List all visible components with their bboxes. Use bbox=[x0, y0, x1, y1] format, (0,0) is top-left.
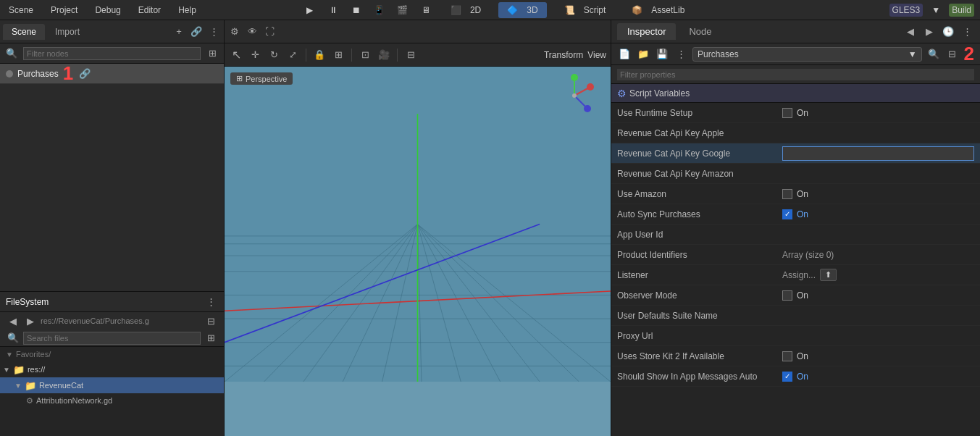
fs-item-attribution[interactable]: ⚙ AttributionNetwork.gd bbox=[0, 393, 224, 408]
build-button[interactable]: Build bbox=[949, 4, 974, 17]
prop-empty-3 bbox=[782, 167, 974, 181]
filesystem-header: FileSystem ⋮ bbox=[0, 292, 224, 312]
path-layout-icon[interactable]: ⊟ bbox=[204, 314, 218, 328]
insp-history-icon[interactable]: 🕒 bbox=[941, 25, 955, 39]
menu-editor[interactable]: Editor bbox=[135, 4, 164, 17]
fs-folder-res[interactable]: ▼ 📁 res:// bbox=[0, 361, 224, 377]
prop-checkbox-0[interactable] bbox=[782, 108, 792, 118]
insp-nav-back[interactable]: ◀ bbox=[903, 25, 918, 39]
prop-row-8: ListenerAssign...⬆ bbox=[611, 265, 980, 285]
filter-groups-icon[interactable]: ⊞ bbox=[205, 46, 219, 61]
mode-3d-button[interactable]: 🔷 3D bbox=[498, 2, 546, 18]
prop-empty-11 bbox=[782, 329, 974, 343]
filesystem-tree: ▼ Favorites/ ▼ 📁 res:// ▼ 📁 RevenueCat ⚙… bbox=[0, 347, 224, 436]
gles-dropdown-icon[interactable]: ▼ bbox=[929, 3, 943, 17]
tab-import[interactable]: Import bbox=[46, 24, 88, 40]
tool-lock[interactable]: 🔒 bbox=[312, 48, 327, 62]
prop-checkbox-9[interactable] bbox=[782, 290, 792, 301]
search-icon[interactable]: 🔍 bbox=[4, 46, 19, 61]
play-button[interactable]: ▶ bbox=[303, 3, 317, 17]
insp-save-icon[interactable]: 💾 bbox=[655, 47, 669, 62]
stop-button[interactable]: ⏹ bbox=[349, 3, 364, 17]
filesystem-title: FileSystem bbox=[6, 297, 49, 307]
tool-grid[interactable]: ⊟ bbox=[403, 48, 418, 62]
prop-value-2 bbox=[782, 146, 974, 161]
prop-checkbox-13[interactable] bbox=[782, 372, 792, 382]
insp-nav-forward[interactable]: ▶ bbox=[922, 25, 937, 39]
vp-settings-icon[interactable]: ⚙ bbox=[227, 25, 242, 39]
pause-button[interactable]: ⏸ bbox=[326, 3, 340, 17]
node-select-dropdown[interactable]: Purchases ▼ bbox=[692, 47, 922, 62]
tool-scale[interactable]: ⤢ bbox=[285, 48, 300, 62]
tab-scene[interactable]: Scene bbox=[3, 24, 45, 40]
viewport: ⚙ 👁 ⛶ ↖ ✛ ↻ ⤢ 🔒 ⊞ ⊡ 🎥 ⊟ Transform View bbox=[225, 20, 611, 436]
prop-checkbox-5[interactable] bbox=[782, 209, 792, 219]
prop-row-1: Revenue Cat Api Key Apple bbox=[611, 123, 980, 143]
prop-checkbox-4[interactable] bbox=[782, 189, 792, 199]
vp-eye-icon[interactable]: 👁 bbox=[245, 25, 259, 39]
prop-checkbox-12[interactable] bbox=[782, 351, 792, 361]
inspector-tab-bar: Inspector Node ◀ ▶ 🕒 ⋮ bbox=[611, 20, 980, 43]
prop-assign-btn-8[interactable]: ⬆ bbox=[820, 269, 837, 281]
path-back-icon[interactable]: ◀ bbox=[6, 314, 20, 328]
folder-revenuecat-expand-icon: ▼ bbox=[14, 382, 22, 390]
prop-on-label-13: On bbox=[797, 372, 808, 382]
tool-move[interactable]: ✛ bbox=[248, 48, 262, 62]
menu-scene[interactable]: Scene bbox=[6, 4, 36, 17]
insp-save-scene-icon[interactable]: 📄 bbox=[617, 47, 632, 62]
viewport-canvas[interactable]: ⊞ Perspective Y X Z bbox=[225, 67, 611, 436]
prop-on-label-0: On bbox=[797, 108, 808, 118]
insp-folder-icon[interactable]: 📁 bbox=[636, 47, 650, 62]
insp-menu-icon[interactable]: ⋮ bbox=[960, 25, 974, 39]
fs-filter-icon[interactable]: ⊞ bbox=[204, 331, 218, 345]
tab-inspector[interactable]: Inspector bbox=[617, 23, 676, 40]
prop-row-10: User Defaults Suite Name bbox=[611, 306, 980, 326]
node-link-icon[interactable]: 🔗 bbox=[78, 67, 92, 81]
tool-camera[interactable]: 🎥 bbox=[377, 48, 391, 62]
menu-debug[interactable]: Debug bbox=[92, 4, 123, 17]
file-gear-icon: ⚙ bbox=[26, 396, 33, 406]
filesystem-search-input[interactable] bbox=[23, 332, 201, 345]
prop-value-8: Assign...⬆ bbox=[782, 269, 974, 281]
prop-label-10: User Defaults Suite Name bbox=[617, 311, 776, 321]
scene-node-purchases[interactable]: Purchases 1 🔗 bbox=[0, 64, 224, 84]
link-icon[interactable]: 🔗 bbox=[189, 25, 204, 39]
fs-folder-revenuecat[interactable]: ▼ 📁 RevenueCat bbox=[0, 377, 224, 393]
tab-node[interactable]: Node bbox=[679, 23, 721, 40]
mode-2d-button[interactable]: ⬛ 2D bbox=[442, 2, 490, 18]
tool-select[interactable]: ↖ bbox=[229, 48, 243, 62]
insp-settings-icon[interactable]: ⋮ bbox=[674, 47, 688, 62]
inspector-filter-input[interactable] bbox=[617, 69, 974, 80]
filesystem-menu-icon[interactable]: ⋮ bbox=[204, 295, 218, 309]
menu-right: GLES3 ▼ Build bbox=[889, 3, 974, 17]
tool-rotate[interactable]: ↻ bbox=[267, 48, 281, 62]
prop-value-6 bbox=[782, 227, 974, 242]
monitor-icon: 🖥 bbox=[419, 3, 433, 17]
tool-group[interactable]: ⊞ bbox=[331, 48, 345, 62]
menu-help[interactable]: Help bbox=[175, 4, 199, 17]
tool-snap[interactable]: ⊡ bbox=[358, 48, 372, 62]
prop-empty-1 bbox=[782, 126, 974, 141]
insp-search-icon[interactable]: 🔍 bbox=[926, 47, 941, 62]
filter-nodes-input[interactable] bbox=[23, 47, 201, 60]
red-label-1: 1 bbox=[63, 64, 73, 85]
prop-row-9: Observer ModeOn bbox=[611, 285, 980, 306]
svg-point-32 bbox=[572, 93, 577, 98]
mode-script-button[interactable]: 📜 Script bbox=[556, 2, 615, 18]
tools-divider3 bbox=[397, 49, 398, 62]
prop-label-7: Product Identifiers bbox=[617, 250, 776, 260]
prop-on-label-12: On bbox=[797, 351, 808, 361]
mode-asset-label: AssetLib bbox=[648, 4, 687, 17]
scene-tree: Purchases 1 🔗 bbox=[0, 64, 224, 291]
prop-row-5: Auto Sync PurchasesOn bbox=[611, 204, 980, 225]
vp-expand-icon[interactable]: ⛶ bbox=[262, 25, 277, 39]
scene-menu-icon[interactable]: ⋮ bbox=[206, 25, 221, 39]
prop-input-2[interactable] bbox=[782, 146, 974, 161]
fs-item-favorites[interactable]: ▼ Favorites/ bbox=[0, 347, 224, 361]
path-forward-icon[interactable]: ▶ bbox=[23, 314, 38, 328]
insp-filter-icon[interactable]: ⊟ bbox=[945, 47, 960, 62]
menu-project[interactable]: Project bbox=[48, 4, 80, 17]
mode-asset-button[interactable]: 📦 AssetLib bbox=[623, 2, 693, 18]
prop-label-9: Observer Mode bbox=[617, 290, 776, 301]
add-node-icon[interactable]: + bbox=[172, 25, 186, 39]
